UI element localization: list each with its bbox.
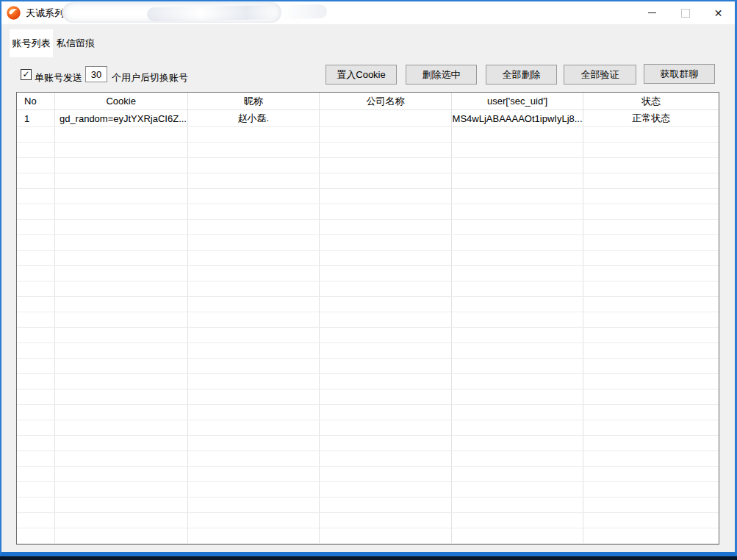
empty-cell (188, 204, 320, 219)
empty-cell (55, 420, 188, 435)
empty-cell (17, 127, 55, 142)
delete-selected-button[interactable]: 删除选中 (406, 65, 477, 85)
column-header-no[interactable]: No (17, 93, 55, 110)
switch-count-input[interactable] (85, 66, 107, 82)
single-account-checkbox[interactable]: ✓ (21, 69, 32, 80)
empty-cell (583, 374, 719, 389)
close-button[interactable]: ✕ (702, 1, 735, 24)
empty-cell (17, 343, 55, 358)
column-header-sec-uid[interactable]: user['sec_uid'] (452, 93, 584, 110)
tab-account-list[interactable]: 账号列表 (10, 29, 53, 57)
empty-cell (55, 328, 188, 342)
empty-row (17, 173, 719, 189)
column-header-cookie[interactable]: Cookie (55, 93, 188, 110)
empty-cell (452, 420, 584, 435)
empty-cell (320, 374, 452, 389)
accounts-table: No Cookie 昵称 公司名称 user['sec_uid'] 状态 1 g… (16, 92, 719, 545)
empty-cell (55, 359, 188, 373)
maximize-button[interactable] (669, 1, 702, 24)
empty-cell (583, 544, 719, 545)
empty-cell (17, 297, 55, 312)
empty-cell (583, 189, 719, 204)
empty-cell (17, 359, 55, 373)
empty-cell (17, 143, 55, 157)
empty-cell (55, 158, 188, 173)
empty-cell (17, 482, 55, 497)
empty-cell (188, 281, 320, 296)
desktop-background: { "window": { "title": "天诚系列" }, "tabs":… (0, 0, 737, 560)
empty-cell (452, 528, 584, 543)
close-icon: ✕ (714, 8, 723, 18)
empty-cell (320, 482, 452, 497)
empty-cell (188, 436, 320, 450)
single-account-send-label[interactable]: 单账号发送 (35, 71, 82, 85)
get-group-chat-button[interactable]: 获取群聊 (644, 64, 715, 84)
empty-cell (188, 544, 320, 545)
minimize-button[interactable] (636, 1, 669, 24)
empty-cell (452, 235, 584, 250)
empty-cell (55, 528, 188, 543)
empty-cell (583, 173, 719, 188)
empty-cell (55, 390, 188, 404)
empty-cell (320, 405, 452, 420)
empty-cell (55, 173, 188, 188)
empty-cell (188, 451, 320, 466)
app-icon (7, 6, 21, 20)
empty-cell (55, 220, 188, 234)
empty-cell (55, 544, 188, 545)
redaction-smudge (147, 4, 327, 21)
empty-cell (320, 143, 452, 157)
window-title: 天诚系列 (26, 1, 64, 24)
empty-cell (55, 343, 188, 358)
empty-cell (583, 251, 719, 265)
empty-cell (452, 312, 584, 327)
empty-cell (452, 405, 584, 420)
empty-cell (320, 343, 452, 358)
empty-cell (320, 328, 452, 342)
empty-row (17, 482, 719, 498)
empty-cell (320, 390, 452, 404)
insert-cookie-button[interactable]: 置入Cookie (326, 65, 397, 85)
empty-cell (583, 204, 719, 219)
empty-row (17, 528, 719, 544)
empty-cell (17, 528, 55, 543)
empty-cell (452, 143, 584, 157)
cell-company (320, 110, 452, 126)
empty-cell (452, 189, 584, 204)
column-header-status[interactable]: 状态 (583, 93, 719, 110)
empty-cell (55, 235, 188, 250)
tab-dm-history[interactable]: 私信留痕 (53, 29, 98, 57)
empty-row (17, 251, 719, 266)
app-window: 天诚系列 ✕ 账号列表 私信留痕 ✓ 单账号发送 (0, 0, 737, 556)
empty-cell (17, 189, 55, 204)
empty-cell (320, 189, 452, 204)
empty-cell (188, 189, 320, 204)
empty-row (17, 220, 719, 235)
empty-row (17, 405, 719, 420)
delete-all-button[interactable]: 全部删除 (486, 65, 557, 85)
empty-cell (583, 143, 719, 157)
empty-cell (320, 544, 452, 545)
window-inner: 天诚系列 ✕ 账号列表 私信留痕 ✓ 单账号发送 (1, 1, 735, 552)
empty-cell (320, 251, 452, 265)
empty-cell (320, 467, 452, 481)
empty-cell (17, 374, 55, 389)
empty-cell (188, 390, 320, 404)
empty-cell (188, 513, 320, 528)
maximize-icon (681, 9, 690, 18)
empty-row (17, 513, 719, 528)
table-row[interactable]: 1 gd_random=eyJtYXRjaCI6Z... 赵小磊. MS4wLj… (17, 110, 719, 127)
empty-cell (583, 235, 719, 250)
empty-cell (452, 374, 584, 389)
empty-cell (17, 220, 55, 234)
verify-all-button[interactable]: 全部验证 (564, 65, 636, 85)
empty-cell (188, 143, 320, 157)
title-bar: 天诚系列 ✕ (1, 1, 735, 24)
empty-cell (320, 173, 452, 188)
column-header-company[interactable]: 公司名称 (320, 93, 452, 110)
empty-row (17, 127, 719, 143)
empty-cell (320, 127, 452, 142)
empty-row (17, 390, 719, 405)
column-header-nickname[interactable]: 昵称 (188, 93, 320, 110)
empty-cell (17, 251, 55, 265)
